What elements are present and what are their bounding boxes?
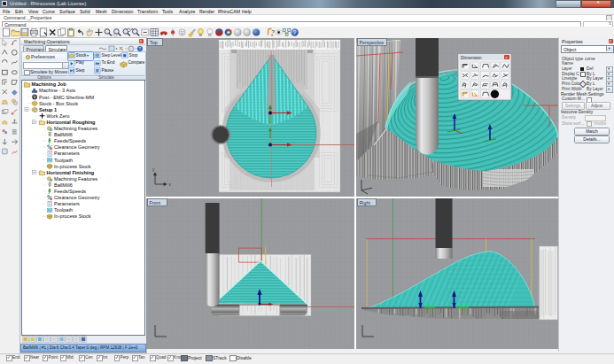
svg-text:Perspective: Perspective <box>360 40 385 45</box>
svg-text:Front: Front <box>150 200 161 205</box>
svg-text:Machining Job: Machining Job <box>32 81 67 87</box>
svg-text:Dimension: Dimension <box>461 55 482 60</box>
svg-text:Setup 1: Setup 1 <box>39 107 57 112</box>
svg-text:Clearance Geometry: Clearance Geometry <box>54 144 100 150</box>
svg-text:x: x <box>506 55 508 59</box>
svg-text:Horizontal Finishing: Horizontal Finishing <box>47 170 95 175</box>
svg-text:Work Zero: Work Zero <box>47 113 70 119</box>
svg-text:Parameters: Parameters <box>54 201 80 206</box>
svg-text:Toolpath: Toolpath <box>54 207 73 213</box>
svg-text:?: ? <box>293 29 297 35</box>
svg-text:Feeds/Speeds: Feeds/Speeds <box>54 138 86 143</box>
svg-text:Toolpath: Toolpath <box>54 158 73 163</box>
svg-text:Right: Right <box>360 200 371 205</box>
svg-text:Clearance Geometry: Clearance Geometry <box>54 195 100 200</box>
svg-text:Machining Features: Machining Features <box>54 126 97 131</box>
svg-text:Top: Top <box>150 40 158 45</box>
svg-text:BallMill6: BallMill6 <box>54 132 73 137</box>
svg-text:Horizontal Roughing: Horizontal Roughing <box>47 120 97 125</box>
svg-text:Machining Features: Machining Features <box>54 176 97 182</box>
svg-text:Machine - 3 Axis: Machine - 3 Axis <box>39 88 75 93</box>
svg-text:Stock - Box Stock: Stock - Box Stock <box>39 101 78 106</box>
svg-text:BallMill6: BallMill6 <box>54 182 73 188</box>
svg-text:In-process Stock: In-process Stock <box>54 164 91 169</box>
svg-text:In-process Stock: In-process Stock <box>54 213 91 219</box>
svg-text:?: ? <box>272 29 276 35</box>
svg-text:Parameters: Parameters <box>54 151 80 156</box>
svg-text:Post - EMC-Sherline-MM: Post - EMC-Sherline-MM <box>39 95 95 100</box>
svg-text:Feeds/Speeds: Feeds/Speeds <box>54 189 86 194</box>
